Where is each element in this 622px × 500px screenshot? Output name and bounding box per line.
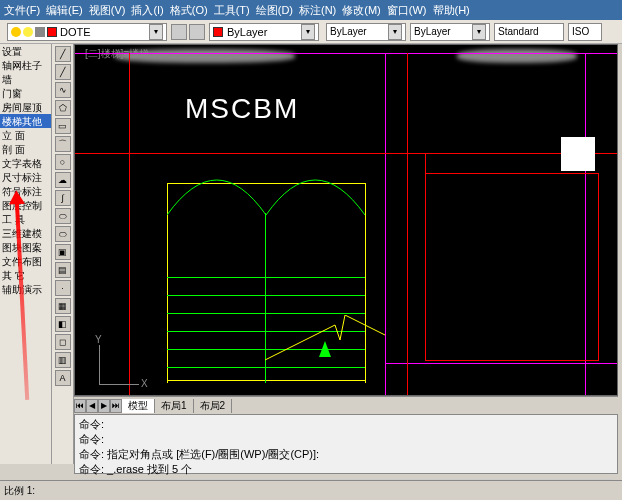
menu-file[interactable]: 文件(F) [4, 3, 40, 18]
make-block-icon[interactable]: ▤ [55, 262, 71, 278]
command-history-line: 命令: 指定对角点或 [栏选(F)/圈围(WP)/圈交(CP)]: [79, 447, 613, 462]
menu-help[interactable]: 帮助(H) [433, 3, 470, 18]
spline-tool-icon[interactable]: ∫ [55, 190, 71, 206]
table-tool-icon[interactable]: ▥ [55, 352, 71, 368]
panel-item-assist-demo[interactable]: 辅助演示 [0, 282, 51, 296]
command-history-line: 命令: [79, 432, 613, 447]
break-line-icon [265, 315, 385, 365]
redaction-smudge [457, 49, 577, 63]
xline-tool-icon[interactable]: ╱ [55, 64, 71, 80]
chevron-down-icon[interactable]: ▾ [388, 24, 402, 40]
menu-bar: 文件(F) 编辑(E) 视图(V) 插入(I) 格式(O) 工具(T) 绘图(D… [0, 0, 622, 20]
draw-toolbar-vertical: ╱ ╱ ∿ ⬠ ▭ ⌒ ○ ☁ ∫ ⬭ ⬭ ▣ ▤ · ▦ ◧ ◻ ▥ A [52, 44, 74, 464]
command-history-line: 命令: _.erase 找到 5 个 [79, 462, 613, 477]
arc-tool-icon[interactable]: ⌒ [55, 136, 71, 152]
ucs-x-label: X [141, 378, 148, 389]
chevron-down-icon[interactable]: ▾ [149, 24, 163, 40]
revcloud-tool-icon[interactable]: ☁ [55, 172, 71, 188]
panel-item-file-layout[interactable]: 文件布图 [0, 254, 51, 268]
command-window[interactable]: 命令: 命令: 命令: 指定对角点或 [栏选(F)/圈围(WP)/圈交(CP)]… [74, 414, 618, 474]
bulb-icon [11, 27, 21, 37]
point-tool-icon[interactable]: · [55, 280, 71, 296]
circle-tool-icon[interactable]: ○ [55, 154, 71, 170]
lock-icon [35, 27, 45, 37]
menu-window[interactable]: 窗口(W) [387, 3, 427, 18]
iso-value: ISO [572, 26, 589, 37]
panel-item-dimension[interactable]: 尺寸标注 [0, 170, 51, 184]
ellipse-tool-icon[interactable]: ⬭ [55, 208, 71, 224]
panel-item-other[interactable]: 其 它 [0, 268, 51, 282]
freeze-icon [23, 27, 33, 37]
panel-item-block-pattern[interactable]: 图块图案 [0, 240, 51, 254]
panel-item-wall[interactable]: 墙 [0, 72, 51, 86]
panel-item-text-table[interactable]: 文字表格 [0, 156, 51, 170]
tab-layout2[interactable]: 布局2 [194, 399, 233, 413]
menu-modify[interactable]: 修改(M) [342, 3, 381, 18]
panel-item-3d-model[interactable]: 三维建模 [0, 226, 51, 240]
tab-next-icon[interactable]: ▶ [98, 399, 110, 413]
textstyle-selector[interactable]: Standard [494, 23, 564, 41]
redaction-smudge [115, 49, 295, 63]
layer-selector[interactable]: DOTE ▾ [7, 23, 167, 41]
chevron-down-icon[interactable]: ▾ [301, 24, 315, 40]
panel-item-section[interactable]: 剖 面 [0, 142, 51, 156]
panel-item-grid-column[interactable]: 轴网柱子 [0, 58, 51, 72]
menu-tools[interactable]: 工具(T) [214, 3, 250, 18]
rectangle-tool-icon[interactable]: ▭ [55, 118, 71, 134]
menu-edit[interactable]: 编辑(E) [46, 3, 83, 18]
menu-dimension[interactable]: 标注(N) [299, 3, 336, 18]
drawing-viewport[interactable]: [二]楼梯]=楼梯 MSCBM [74, 44, 618, 396]
textstyle-value: Standard [498, 26, 539, 37]
ucs-y-label: Y [95, 334, 102, 345]
mtext-tool-icon[interactable]: A [55, 370, 71, 386]
tab-layout1[interactable]: 布局1 [155, 399, 194, 413]
panel-item-tools[interactable]: 工 具 [0, 212, 51, 226]
iso-selector[interactable]: ISO [568, 23, 602, 41]
plotstyle-selector[interactable]: ByLayer ▾ [410, 23, 490, 41]
panel-item-stair-other[interactable]: 楼梯其他 [0, 114, 51, 128]
tab-prev-icon[interactable]: ◀ [86, 399, 98, 413]
panel-item-settings[interactable]: 设置 [0, 44, 51, 58]
chevron-down-icon[interactable]: ▾ [472, 24, 486, 40]
lineweight-selector[interactable]: ByLayer ▾ [326, 23, 406, 41]
insert-block-icon[interactable]: ▣ [55, 244, 71, 260]
layer-name: DOTE [60, 26, 91, 38]
drawing-label: MSCBM [185, 93, 299, 125]
door-arc-icon [167, 145, 365, 225]
ellipse-arc-tool-icon[interactable]: ⬭ [55, 226, 71, 242]
tab-first-icon[interactable]: ⏮ [74, 399, 86, 413]
plotstyle-value: ByLayer [414, 26, 451, 37]
line-tool-icon[interactable]: ╱ [55, 46, 71, 62]
panel-item-elevation[interactable]: 立 面 [0, 128, 51, 142]
linetype-value: ByLayer [227, 26, 267, 38]
layer-toolbar: DOTE ▾ ByLayer ▾ ByLayer ▾ ByLayer ▾ Sta… [0, 20, 622, 44]
polygon-tool-icon[interactable]: ⬠ [55, 100, 71, 116]
architecture-panel: 设置 轴网柱子 墙 门窗 房间屋顶 楼梯其他 立 面 剖 面 文字表格 尺寸标注… [0, 44, 52, 464]
layer-prev-icon[interactable] [171, 24, 187, 40]
color-swatch [47, 27, 57, 37]
layout-tabs: ⏮ ◀ ▶ ⏭ 模型 布局1 布局2 [74, 396, 618, 414]
tab-last-icon[interactable]: ⏭ [110, 399, 122, 413]
menu-view[interactable]: 视图(V) [89, 3, 126, 18]
panel-item-room-roof[interactable]: 房间屋顶 [0, 100, 51, 114]
command-history-line: 命令: [79, 417, 613, 432]
menu-insert[interactable]: 插入(I) [131, 3, 163, 18]
status-scale: 比例 1: [4, 484, 35, 498]
linetype-selector[interactable]: ByLayer ▾ [209, 23, 319, 41]
hatch-tool-icon[interactable]: ▦ [55, 298, 71, 314]
region-tool-icon[interactable]: ◻ [55, 334, 71, 350]
direction-arrow-icon [319, 341, 331, 357]
gradient-tool-icon[interactable]: ◧ [55, 316, 71, 332]
menu-draw[interactable]: 绘图(D) [256, 3, 293, 18]
panel-item-door-window[interactable]: 门窗 [0, 86, 51, 100]
lineweight-value: ByLayer [330, 26, 367, 37]
status-bar: 比例 1: [0, 480, 622, 500]
selection-marker [561, 137, 595, 171]
tab-model[interactable]: 模型 [122, 399, 155, 413]
panel-item-layer-control[interactable]: 图层控制 [0, 198, 51, 212]
polyline-tool-icon[interactable]: ∿ [55, 82, 71, 98]
menu-format[interactable]: 格式(O) [170, 3, 208, 18]
color-swatch [213, 27, 223, 37]
layer-states-icon[interactable] [189, 24, 205, 40]
